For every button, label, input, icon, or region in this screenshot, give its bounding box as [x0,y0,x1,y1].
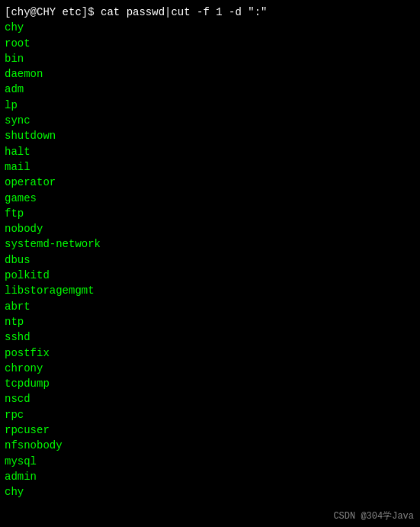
output-line: games [5,191,415,206]
output-line: abrt [5,299,415,314]
output-line: tcpdump [5,376,415,391]
output-lines: chyrootbindaemonadmlpsyncshutdownhaltmai… [5,20,415,500]
prompt-line: [chy@CHY etc]$ cat passwd|cut -f 1 -d ":… [5,5,415,20]
output-line: chy [5,20,415,35]
output-line: ntp [5,314,415,329]
watermark: CSDN @304学Java [333,509,414,522]
output-line: admin [5,469,415,484]
output-line: chy [5,484,415,500]
terminal-window: [chy@CHY etc]$ cat passwd|cut -f 1 -d ":… [0,0,420,527]
output-line: sshd [5,329,415,345]
output-line: polkitd [5,268,415,283]
output-line: root [5,36,415,51]
output-line: libstoragemgmt [5,283,415,298]
output-line: nfsnobody [5,438,415,453]
output-line: chrony [5,361,415,376]
output-line: operator [5,175,415,190]
output-line: postfix [5,345,415,361]
output-line: mysql [5,454,415,469]
output-line: adm [5,82,415,97]
output-line: rpc [5,407,415,423]
output-line: nobody [5,221,415,236]
output-line: sync [5,113,415,128]
output-line: mail [5,159,415,175]
output-line: rpcuser [5,423,415,438]
output-line: bin [5,51,415,66]
output-line: lp [5,98,415,113]
output-line: ftp [5,206,415,221]
output-line: daemon [5,66,415,82]
output-line: nscd [5,391,415,406]
output-line: halt [5,144,415,159]
output-line: dbus [5,252,415,268]
output-line: shutdown [5,128,415,143]
output-line: systemd-network [5,236,415,252]
